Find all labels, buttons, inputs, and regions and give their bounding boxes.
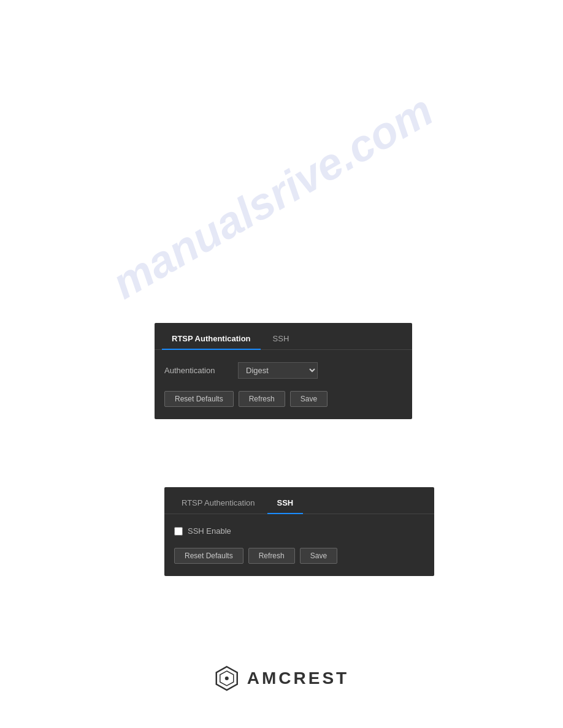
panel-2-button-row: Reset Defaults Refresh Save [174, 548, 424, 564]
panel-1-body: Authentication Digest Basic None Reset D… [155, 350, 412, 419]
panel-1-button-row: Reset Defaults Refresh Save [164, 391, 402, 407]
tab-ssh-1[interactable]: SSH [263, 328, 299, 349]
ssh-enable-row: SSH Enable [174, 526, 424, 536]
reset-defaults-button-2[interactable]: Reset Defaults [174, 548, 243, 564]
panel-1: RTSP Authentication SSH Authentication D… [155, 323, 412, 419]
tab-rtsp-2[interactable]: RTSP Authentication [172, 492, 265, 514]
save-button-2[interactable]: Save [300, 548, 337, 564]
tab-rtsp-1[interactable]: RTSP Authentication [162, 328, 261, 349]
auth-select[interactable]: Digest Basic None [238, 362, 318, 379]
refresh-button-1[interactable]: Refresh [239, 391, 285, 407]
amcrest-logo-icon [214, 665, 240, 691]
panel-2-body: SSH Enable Reset Defaults Refresh Save [164, 514, 434, 576]
logo-text: AMCREST [247, 669, 349, 688]
ssh-panel: RTSP Authentication SSH SSH Enable Reset… [164, 487, 434, 576]
panel-2: RTSP Authentication SSH SSH Enable Reset… [164, 487, 434, 576]
ssh-enable-label[interactable]: SSH Enable [188, 526, 231, 536]
rtsp-panel: RTSP Authentication SSH Authentication D… [155, 323, 412, 419]
panel-1-header: RTSP Authentication SSH [155, 323, 412, 350]
watermark: manualsrive.com [104, 85, 441, 308]
logo-area: AMCREST [214, 665, 349, 691]
ssh-enable-checkbox[interactable] [174, 527, 183, 536]
tab-ssh-2[interactable]: SSH [267, 492, 304, 514]
panel-2-header: RTSP Authentication SSH [164, 487, 434, 514]
refresh-button-2[interactable]: Refresh [248, 548, 295, 564]
svg-point-2 [225, 677, 229, 680]
auth-label: Authentication [164, 366, 238, 375]
save-button-1[interactable]: Save [290, 391, 327, 407]
reset-defaults-button-1[interactable]: Reset Defaults [164, 391, 234, 407]
auth-form-row: Authentication Digest Basic None [164, 362, 402, 379]
